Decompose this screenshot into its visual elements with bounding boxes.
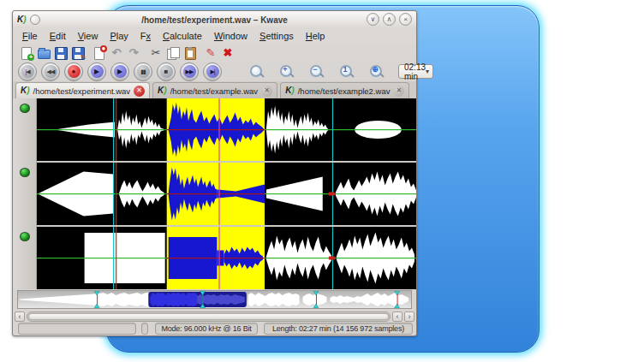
kwave-window: /home/test/experiment.wav – Kwave K) ∨ ∧… — [12, 10, 417, 336]
status-length: Length: 02:27 min (14 156 972 samples) — [264, 323, 413, 335]
menu-play[interactable]: Play — [104, 30, 134, 42]
menu-edit[interactable]: Edit — [44, 30, 72, 42]
tab-close-icon[interactable]: ✕ — [261, 86, 272, 97]
zoom-out-button[interactable]: − — [308, 63, 325, 80]
zoom-all-button[interactable]: ⊕ — [368, 63, 385, 80]
playback-marker — [116, 163, 116, 225]
waveform-view[interactable] — [37, 98, 416, 289]
erase-button[interactable]: ✎ — [204, 46, 218, 60]
track1-enable-led[interactable] — [20, 104, 30, 113]
stop-icon: ■ — [160, 65, 173, 78]
zoom-to-selection-button[interactable] — [248, 63, 265, 80]
menu-file[interactable]: File — [16, 30, 44, 42]
tab-close-icon[interactable]: ✕ — [393, 86, 404, 97]
rewind-button[interactable]: ◀◀ — [41, 62, 60, 81]
screenshot-stage: /home/test/experiment.wav – Kwave K) ∨ ∧… — [0, 0, 644, 362]
scissors-icon: ✂ — [149, 46, 163, 60]
zoom-in-icon: + — [281, 65, 289, 74]
close-button[interactable]: × — [399, 13, 412, 26]
overview-bar[interactable] — [17, 290, 412, 309]
cursor-line — [113, 163, 114, 225]
status-splitter-handle[interactable] — [141, 323, 148, 335]
scrollbar-track[interactable] — [27, 312, 391, 322]
tab-example-wav[interactable]: K) /home/test/example.wav ✕ — [152, 82, 277, 98]
loop-icon: ▶ — [114, 65, 127, 78]
copy-button[interactable] — [166, 46, 180, 60]
playback-marker — [116, 227, 116, 289]
record-icon: ● — [68, 65, 80, 78]
skip-to-start-button[interactable]: |◀ — [18, 62, 37, 81]
kwave-file-icon: K) — [21, 86, 30, 95]
track2-waveform[interactable] — [37, 163, 416, 225]
open-file-button[interactable] — [37, 46, 51, 60]
marker-tick — [329, 193, 335, 196]
save-button[interactable] — [54, 46, 68, 60]
save-as-button[interactable]: ✎ — [71, 46, 85, 60]
tab-example2-wav[interactable]: K) /home/test/example2.wav ✕ — [280, 82, 409, 98]
cursor-line — [113, 98, 114, 161]
menu-calculate[interactable]: Calculate — [157, 30, 208, 42]
track3-waveform[interactable] — [37, 227, 416, 289]
undo-icon: ↶ — [110, 46, 123, 60]
status-bar: Mode: 96.000 kHz @ 16 Bit Length: 02:27 … — [13, 323, 416, 335]
scroll-left-button[interactable]: ‹ — [15, 312, 25, 322]
zoom-factor-combobox[interactable]: 02:13 min ▾ — [398, 64, 433, 79]
redo-button[interactable]: ↷ — [127, 46, 140, 60]
skip-to-end-button[interactable]: ▶| — [203, 62, 222, 81]
cursor-line — [113, 227, 114, 289]
play-button[interactable]: ▶ — [87, 62, 106, 81]
undo-button[interactable]: ↶ — [110, 46, 123, 60]
menu-view[interactable]: View — [72, 30, 104, 42]
forward-icon: ▶▶ — [183, 65, 196, 78]
menu-help[interactable]: Help — [300, 30, 331, 42]
scroll-right-button[interactable]: › — [404, 312, 414, 322]
chevron-down-icon: ▾ — [426, 68, 432, 75]
minimize-button[interactable]: ∨ — [367, 13, 379, 26]
delete-icon: ✖ — [221, 46, 235, 60]
delete-button[interactable]: ✖ — [221, 46, 235, 60]
track3-enable-led[interactable] — [20, 232, 30, 241]
menu-fx[interactable]: Fx — [134, 30, 157, 42]
playback-marker — [116, 98, 116, 161]
menu-window[interactable]: Window — [208, 30, 253, 42]
paste-button[interactable] — [183, 46, 197, 60]
forward-button[interactable]: ▶▶ — [180, 62, 199, 81]
skip-start-icon: |◀ — [21, 65, 34, 78]
zero-line — [37, 129, 167, 130]
marker-tick — [329, 257, 335, 260]
menubar: File Edit View Play Fx Calculate Window … — [13, 28, 416, 44]
zoom-in-button[interactable]: + — [278, 63, 295, 80]
pause-button[interactable]: ▮▮ — [134, 62, 152, 81]
menu-settings[interactable]: Settings — [253, 30, 300, 42]
new-file-button[interactable]: + — [20, 46, 33, 60]
record-button[interactable]: ● — [64, 62, 83, 81]
skip-end-icon: ▶| — [206, 65, 219, 78]
scroll-left-button-2[interactable]: ‹ — [392, 312, 402, 322]
save-icon — [55, 47, 68, 60]
zero-line-selected — [167, 193, 265, 194]
pause-icon: ▮▮ — [137, 65, 150, 78]
track2-enable-led[interactable] — [20, 168, 30, 177]
zero-line — [265, 129, 416, 130]
window-menu-button[interactable] — [30, 15, 40, 25]
cut-button[interactable]: ✂ — [149, 46, 163, 60]
eraser-icon: ✎ — [204, 46, 218, 60]
track1-waveform[interactable] — [37, 98, 416, 161]
loop-button[interactable]: ▶ — [110, 62, 129, 81]
scrollbar-thumb[interactable] — [28, 313, 389, 320]
maximize-button[interactable]: ∧ — [383, 13, 396, 26]
titlebar[interactable]: /home/test/experiment.wav – Kwave K) ∨ ∧… — [13, 11, 416, 29]
zoom-normal-button[interactable]: 1 — [338, 63, 355, 80]
kwave-app-icon: K) — [17, 15, 27, 24]
cursor-line — [332, 98, 333, 161]
horizontal-scrollbar[interactable]: ‹ ‹ › — [15, 311, 414, 322]
zero-line — [265, 258, 416, 258]
position-marker — [218, 163, 219, 225]
stop-button[interactable]: ■ — [157, 62, 176, 81]
tab-close-icon[interactable]: ✕ — [134, 86, 145, 97]
tab-experiment-wav[interactable]: K) /home/test/experiment.wav ✕ — [15, 82, 150, 98]
redo-icon: ↷ — [127, 46, 140, 60]
signal-area — [13, 98, 416, 289]
open-folder-icon — [38, 50, 51, 59]
record-new-button[interactable]: ● — [92, 46, 106, 60]
